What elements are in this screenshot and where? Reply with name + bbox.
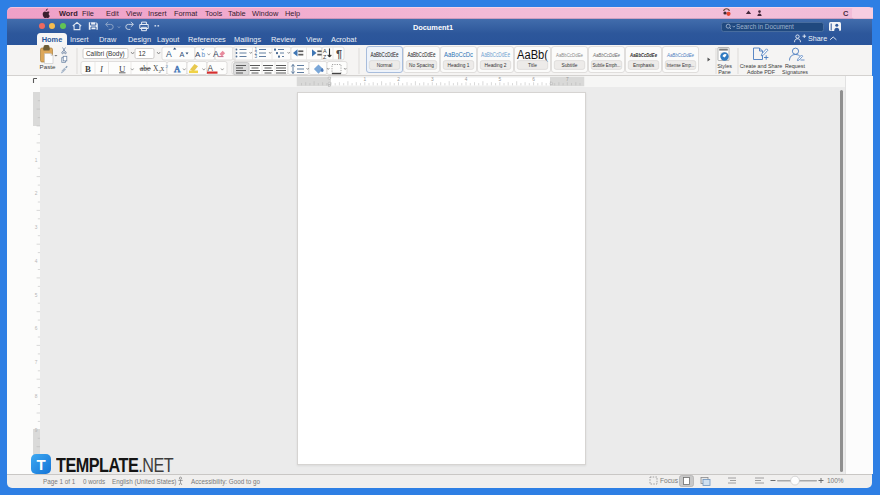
svg-text:Title: Title [528,62,537,67]
svg-text:5: 5 [498,77,501,82]
svg-text:Adobe PDF: Adobe PDF [747,68,776,74]
svg-text:Focus: Focus [660,477,679,484]
svg-text:6: 6 [35,326,38,331]
svg-text:Paste: Paste [40,62,56,69]
svg-text:A: A [180,49,185,58]
svg-text:Subtitle: Subtitle [562,62,578,67]
svg-text:7: 7 [566,77,569,82]
svg-text:5: 5 [35,293,38,298]
svg-text:AaBbCcDdEe: AaBbCcDdEe [592,52,620,58]
svg-text:AaBbCcDdEe: AaBbCcDdEe [481,51,510,58]
svg-text:x: x [161,63,165,72]
svg-text:3: 3 [255,54,258,59]
svg-text:8: 8 [35,394,38,399]
svg-text:AaBbCcDdEe: AaBbCcDdEe [408,51,436,58]
svg-text:4: 4 [35,259,38,264]
svg-text:B: B [85,63,91,73]
svg-text:AaBbCcDdEe: AaBbCcDdEe [371,51,399,58]
svg-text:Calibri (Body): Calibri (Body) [86,49,125,57]
svg-text:A: A [174,63,181,73]
svg-text:2: 2 [397,77,400,82]
svg-text:A: A [166,48,172,58]
svg-text:1: 1 [35,158,38,163]
svg-text:Intense Emp...: Intense Emp... [667,62,695,67]
svg-text:b: b [202,50,206,57]
svg-text:A: A [195,49,201,58]
svg-text:100%: 100% [827,477,844,484]
svg-text:7: 7 [35,360,38,365]
svg-text:AaBbCcDdEe: AaBbCcDdEe [629,52,657,58]
svg-text:3: 3 [35,225,38,230]
svg-text:¶: ¶ [336,48,342,60]
svg-text:No Spacing: No Spacing [409,62,434,67]
svg-text:Normal: Normal [377,62,392,67]
svg-text:3: 3 [431,77,434,82]
svg-text:Pane: Pane [718,68,731,74]
svg-text:U: U [119,63,126,73]
svg-text:Subtle Emph...: Subtle Emph... [593,62,621,67]
svg-text:6: 6 [532,77,535,82]
svg-text:Heading 2: Heading 2 [485,62,507,67]
svg-text:12: 12 [139,49,147,56]
svg-text:A: A [213,48,219,58]
svg-text:4: 4 [465,77,468,82]
svg-text:AaBbCcDdEe: AaBbCcDdEe [556,52,583,58]
svg-text:2: 2 [35,191,38,196]
svg-text:AaBoCcDc: AaBoCcDc [444,50,473,59]
svg-text:Emphasis: Emphasis [633,62,655,67]
svg-text:9: 9 [35,428,38,433]
svg-text:Signatures: Signatures [782,68,808,74]
svg-text:Heading 1: Heading 1 [448,62,470,67]
svg-text:AaBbCcDdEe: AaBbCcDdEe [666,52,694,58]
svg-text:1: 1 [363,77,366,82]
svg-text:AaBb(: AaBb( [517,47,549,61]
